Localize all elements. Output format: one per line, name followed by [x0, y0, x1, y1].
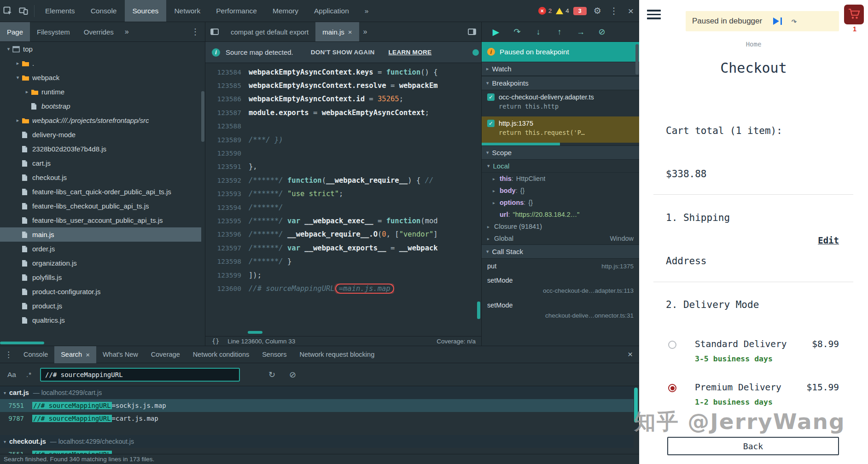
- editor-tab-main-js[interactable]: main.js×: [315, 22, 359, 41]
- line-number[interactable]: 123587: [205, 109, 249, 116]
- devtools-tab-console[interactable]: Console: [83, 0, 125, 22]
- expand-down-icon[interactable]: ▾: [14, 75, 22, 81]
- expand-right-icon[interactable]: ▸: [487, 224, 494, 229]
- navigator-tab-filesystem[interactable]: Filesystem: [30, 22, 77, 41]
- inspect-element-icon[interactable]: [0, 3, 16, 19]
- devtools-tab-performance[interactable]: Performance: [208, 0, 265, 22]
- notification-toggle-dot[interactable]: [472, 49, 479, 56]
- step-over-icon[interactable]: ↷: [507, 27, 528, 37]
- code-viewport[interactable]: 123584webpackEmptyAsyncContext.keys = fu…: [205, 63, 481, 336]
- search-result-file-header-cart-js[interactable]: ▾cart.js— localhost:4299/cart.js: [0, 386, 634, 399]
- file-tree-item-bootstrap[interactable]: bootstrap: [0, 99, 201, 113]
- breadcrumb[interactable]: Home: [639, 41, 868, 48]
- file-tree-item-feature-libs-cart-quick-order-public-api-t[interactable]: feature-libs_cart_quick-order_public_api…: [0, 185, 201, 199]
- match-case-toggle[interactable]: Aa: [7, 371, 16, 379]
- expand-right-icon[interactable]: ▸: [14, 117, 22, 123]
- more-options-kebab-icon[interactable]: ⋮: [606, 6, 623, 16]
- file-tree-item-[interactable]: ▸.: [0, 56, 201, 70]
- devtools-tab-sources[interactable]: Sources: [125, 0, 167, 22]
- devtools-tab-application[interactable]: Application: [306, 0, 357, 22]
- search-match-row[interactable]: 7551//# sourceMappingURL=sockjs.js.map: [0, 399, 634, 412]
- search-match-row[interactable]: 9787//# sourceMappingURL=cart.js.map: [0, 412, 634, 425]
- step-into-icon[interactable]: ↓: [528, 27, 549, 37]
- file-tree-item-checkout-js[interactable]: checkout.js: [0, 170, 201, 185]
- step-over-button[interactable]: ↷: [791, 16, 797, 27]
- line-number[interactable]: 123596: [205, 231, 249, 238]
- scope-local-group[interactable]: ▾ Local: [482, 160, 639, 173]
- file-tree-vertical-scrollbar[interactable]: [201, 91, 204, 142]
- file-tree-item-webpack[interactable]: ▾webpack: [0, 70, 201, 85]
- call-stack-section-header[interactable]: ▾ Call Stack: [482, 244, 639, 259]
- drawer-kebab-icon[interactable]: ⋮: [0, 350, 17, 360]
- warning-badge[interactable]: 4: [556, 7, 569, 14]
- navigator-tab-overrides[interactable]: Overrides: [77, 22, 121, 41]
- drawer-tab-search[interactable]: Search×: [54, 346, 96, 363]
- settings-gear-icon[interactable]: ⚙: [589, 6, 606, 16]
- drawer-tab-what-s-new[interactable]: What's New: [96, 346, 145, 363]
- file-tree-horizontal-scrollbar[interactable]: [0, 342, 44, 344]
- expand-down-icon[interactable]: ▾: [5, 46, 12, 52]
- refresh-search-icon[interactable]: ↻: [268, 370, 275, 380]
- file-tree-item-top[interactable]: ▾top: [0, 42, 201, 56]
- edit-shipping-link[interactable]: Edit: [818, 235, 839, 245]
- call-stack-frame-setmode[interactable]: setModecheckout-delive…onnector.ts:31: [482, 298, 639, 323]
- regex-toggle[interactable]: .*: [26, 371, 32, 378]
- line-number[interactable]: 123584: [205, 69, 249, 76]
- delivery-radio-button[interactable]: [668, 341, 676, 349]
- line-number[interactable]: 123588: [205, 122, 249, 130]
- more-panels-chevron[interactable]: »: [357, 0, 377, 22]
- drawer-tab-coverage[interactable]: Coverage: [145, 346, 186, 363]
- editor-tab-compat-get-default-export[interactable]: compat get default export: [224, 22, 315, 41]
- file-tree-item-delivery-mode[interactable]: delivery-mode: [0, 128, 201, 142]
- line-number[interactable]: 123589: [205, 136, 249, 144]
- search-result-file-header-checkout-js[interactable]: ▾checkout.js— localhost:4299/checkout.js: [0, 435, 634, 448]
- issues-badge[interactable]: 3: [573, 7, 587, 15]
- expand-right-icon[interactable]: ▸: [493, 188, 500, 193]
- file-tree-item-webpack-projects-storefrontapp-src[interactable]: ▸webpack:///./projects/storefrontapp/src: [0, 113, 201, 128]
- line-number[interactable]: 123591: [205, 163, 249, 170]
- search-query-input[interactable]: [40, 368, 240, 382]
- drawer-tab-console[interactable]: Console: [17, 346, 54, 363]
- close-tab-icon[interactable]: ×: [86, 351, 90, 359]
- deactivate-breakpoints-icon[interactable]: ⊘: [591, 27, 612, 37]
- close-tab-icon[interactable]: ×: [348, 28, 352, 36]
- device-toolbar-icon[interactable]: [16, 3, 31, 19]
- call-stack-frame-setmode[interactable]: setModeocc-checkout-de…adapter.ts:113: [482, 273, 639, 298]
- breakpoint-checkbox[interactable]: ✓: [487, 120, 495, 127]
- learn-more-link[interactable]: LEARN MORE: [389, 49, 432, 56]
- file-tree-item-runtime[interactable]: ▸runtime: [0, 85, 201, 99]
- debugger-vertical-scrollbar[interactable]: [635, 44, 639, 75]
- delivery-radio-button[interactable]: [668, 384, 676, 392]
- editor-horizontal-scrollbar[interactable]: [248, 331, 262, 334]
- resume-script-icon[interactable]: ▶: [485, 27, 507, 37]
- call-stack-frame-put[interactable]: puthttp.js:1375: [482, 259, 639, 273]
- watch-section-header[interactable]: ▸ Watch: [482, 62, 639, 76]
- file-tree-item-polyfills-js[interactable]: polyfills.js: [0, 270, 201, 284]
- devtools-tab-memory[interactable]: Memory: [265, 0, 306, 22]
- more-navigator-tabs-chevron[interactable]: »: [121, 28, 133, 36]
- line-number[interactable]: 123590: [205, 150, 249, 157]
- expand-right-icon[interactable]: ▸: [14, 60, 22, 66]
- error-badge[interactable]: × 2: [538, 7, 552, 15]
- file-tree-item-cart-js[interactable]: cart.js: [0, 156, 201, 170]
- drawer-tab-network-request-blocking[interactable]: Network request blocking: [293, 346, 381, 363]
- file-tree-item-qualtrics-js[interactable]: qualtrics.js: [0, 313, 201, 327]
- expand-right-icon[interactable]: ▸: [23, 89, 31, 95]
- expand-right-icon[interactable]: ▸: [493, 176, 500, 181]
- file-tree-item-product-js[interactable]: product.js: [0, 299, 201, 313]
- editor-vertical-scrollbar[interactable]: [477, 302, 480, 319]
- more-editor-tabs-chevron[interactable]: »: [359, 28, 372, 36]
- drawer-close-icon[interactable]: ×: [628, 349, 633, 360]
- scope-var-body[interactable]: ▸body: {}: [482, 185, 639, 197]
- file-tree-item-main-js[interactable]: main.js: [0, 227, 201, 242]
- file-tree-item-2328b02d203fe7b4d8-js[interactable]: 2328b02d203fe7b4d8.js: [0, 142, 201, 156]
- step-icon[interactable]: →: [570, 27, 591, 37]
- breakpoint-checkbox[interactable]: ✓: [487, 93, 495, 101]
- file-tree-item-feature-libs-checkout-public-api-ts-js[interactable]: feature-libs_checkout_public_api_ts.js: [0, 199, 201, 213]
- breakpoint-entry-occ-checkout-delivery-adapter-ts[interactable]: ✓occ-checkout-delivery.adapter.tsreturn …: [482, 90, 639, 116]
- mini-cart-button[interactable]: [844, 5, 864, 24]
- line-number[interactable]: 123598: [205, 258, 249, 265]
- file-tree-item-order-js[interactable]: order.js: [0, 242, 201, 256]
- file-tree-item-feature-libs-user-account-public-api-ts-js[interactable]: feature-libs_user_account_public_api_ts.…: [0, 213, 201, 227]
- line-number[interactable]: 123597: [205, 244, 249, 252]
